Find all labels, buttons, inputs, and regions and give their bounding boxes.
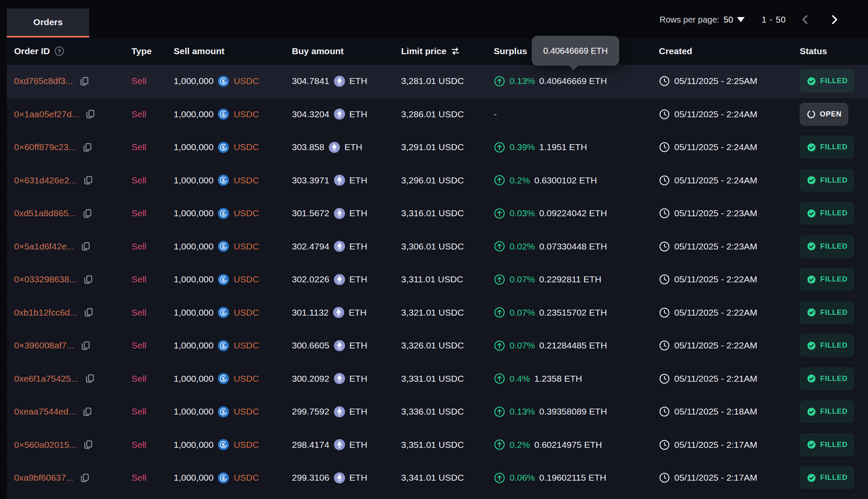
order-id-link[interactable]: 0×1aa05ef27d... [14, 109, 79, 119]
buy-token-label: ETH [350, 274, 367, 284]
table-row[interactable]: 0xe6f1a75425... Sell 1,000,000 $ USDC 30… [7, 363, 868, 396]
sell-token-link[interactable]: USDC [233, 340, 259, 351]
tab-orders[interactable]: Orders [7, 9, 89, 38]
copy-button[interactable] [83, 307, 94, 318]
sell-token-link[interactable]: USDC [233, 109, 259, 119]
copy-button[interactable] [79, 473, 90, 483]
surplus-cell: - [494, 109, 659, 119]
status-cell: FILLED [800, 367, 868, 390]
sell-token-link[interactable]: USDC [233, 374, 259, 384]
table-row[interactable]: 0xd51a8d865... Sell 1,000,000 $ USDC 301… [7, 197, 868, 230]
arrow-up-circle-icon [494, 406, 505, 418]
buy-amount-value: 304.3204 [292, 109, 329, 119]
sell-token-link[interactable]: USDC [233, 473, 259, 483]
table-row[interactable]: 0×560a02015... Sell 1,000,000 $ USDC 298… [7, 429, 868, 462]
usdc-token-icon: $ [218, 406, 229, 418]
surplus-amount: 0.19602115 ETH [539, 473, 606, 483]
svg-text:$: $ [222, 112, 225, 117]
sell-amount-value: 1,000,000 [174, 109, 213, 119]
table-row[interactable]: 0xa9bf60637... Sell 1,000,000 $ USDC 299… [7, 461, 868, 495]
table-header: Order ID ? Type Sell amount Buy amount L… [7, 38, 868, 65]
sell-token-link[interactable]: USDC [233, 308, 259, 318]
sell-token-link[interactable]: USDC [233, 208, 259, 218]
next-page-button[interactable] [825, 11, 842, 28]
order-id-link[interactable]: 0xe6f1a75425... [14, 374, 79, 384]
table-row[interactable]: 0×5a1d6f42e... Sell 1,000,000 $ USDC 302… [7, 230, 868, 264]
table-row[interactable]: 0xeaa7544ed... Sell 1,000,000 $ USDC 299… [7, 395, 868, 429]
type-cell: Sell [131, 142, 174, 152]
copy-button[interactable] [79, 76, 90, 87]
swap-arrows-icon[interactable] [450, 46, 460, 56]
table-row[interactable]: 0xd765c8df3... Sell 1,000,000 $ USDC 304… [7, 65, 868, 98]
table-row[interactable]: 0×631d426e2... Sell 1,000,000 $ USDC 303… [7, 164, 868, 197]
order-id-link[interactable]: 0×033298638... [14, 274, 77, 284]
limit-price-value: 3,321.01 USDC [401, 308, 464, 318]
surplus-percent: 0.07% [510, 308, 535, 318]
clock-icon [659, 109, 670, 120]
check-circle-icon [807, 209, 816, 218]
column-created: Created [659, 46, 800, 56]
table-row[interactable]: 0xb1b12fcc6d... Sell 1,000,000 $ USDC 30… [7, 296, 868, 330]
sell-token-link[interactable]: USDC [233, 142, 259, 152]
column-order-id-label: Order ID [14, 46, 50, 56]
order-id-link[interactable]: 0×60ff879c23... [14, 142, 76, 152]
created-cell: 05/11/2025 - 2:23AM [659, 208, 800, 219]
usdc-token-icon: $ [218, 174, 229, 186]
prev-page-button[interactable] [797, 11, 814, 28]
copy-button[interactable] [80, 340, 91, 351]
sell-token-link[interactable]: USDC [233, 241, 259, 252]
svg-text:$: $ [222, 376, 225, 381]
copy-button[interactable] [83, 175, 93, 186]
order-id-link[interactable]: 0×560a02015... [14, 440, 77, 450]
svg-text:$: $ [222, 476, 225, 481]
sell-amount-value: 1,000,000 [174, 473, 213, 483]
order-id-link[interactable]: 0xd51a8d865... [14, 208, 76, 218]
surplus-cell: 0.07% 0.23515702 ETH [494, 307, 659, 318]
surplus-amount: 0.39358089 ETH [539, 406, 607, 417]
table-row[interactable]: 0×033298638... Sell 1,000,000 $ USDC 302… [7, 263, 868, 296]
created-value: 05/11/2025 - 2:25AM [674, 76, 757, 86]
chevron-left-icon [799, 13, 812, 26]
type-cell: Sell [131, 374, 174, 384]
table-row[interactable]: 0×1aa05ef27d... Sell 1,000,000 $ USDC 30… [7, 98, 868, 131]
sell-token-link[interactable]: USDC [233, 175, 259, 186]
copy-button[interactable] [82, 208, 93, 219]
copy-button[interactable] [83, 439, 93, 450]
order-id-link[interactable]: 0xb1b12fcc6d... [14, 308, 77, 318]
sell-amount-value: 1,000,000 [174, 274, 213, 284]
order-id-link[interactable]: 0xd765c8df3... [14, 76, 73, 86]
sell-amount-cell: 1,000,000 $ USDC [174, 406, 292, 418]
created-cell: 05/11/2025 - 2:23AM [659, 241, 800, 252]
order-id-link[interactable]: 0xeaa7544ed... [14, 406, 76, 417]
surplus-percent: 0.4% [510, 374, 530, 384]
surplus-cell: 0.2% 0.60214975 ETH [494, 439, 659, 450]
order-id-link[interactable]: 0×631d426e2... [14, 175, 77, 186]
status-cell: FILLED [800, 301, 868, 324]
order-id-link[interactable]: 0xa9bf60637... [14, 473, 73, 483]
table-row[interactable]: 0×60ff879c23... Sell 1,000,000 $ USDC 30… [7, 131, 868, 164]
table-row[interactable]: 0×396008af7... Sell 1,000,000 $ USDC 300… [7, 329, 868, 363]
order-id-cell: 0xd51a8d865... [14, 208, 131, 219]
order-type: Sell [131, 308, 146, 318]
copy-button[interactable] [84, 373, 95, 384]
copy-button[interactable] [85, 109, 96, 119]
order-id-link[interactable]: 0×5a1d6f42e... [14, 241, 74, 252]
rows-per-page-select[interactable]: 50 [724, 15, 745, 25]
copy-button[interactable] [82, 142, 93, 153]
sell-amount-value: 1,000,000 [174, 208, 213, 218]
sell-token-link[interactable]: USDC [233, 440, 259, 450]
copy-icon [79, 473, 90, 483]
status-cell: FILLED [800, 433, 868, 456]
question-circle-icon[interactable]: ? [54, 46, 65, 57]
sell-token-link[interactable]: USDC [233, 274, 259, 284]
sell-token-link[interactable]: USDC [233, 76, 259, 86]
buy-token-label: ETH [344, 142, 362, 152]
copy-button[interactable] [83, 274, 93, 285]
copy-button[interactable] [80, 241, 91, 252]
clock-icon [659, 175, 670, 186]
order-id-link[interactable]: 0×396008af7... [14, 340, 74, 351]
status-label: OPEN [820, 110, 842, 119]
sell-token-link[interactable]: USDC [233, 406, 259, 417]
status-cell: FILLED [800, 400, 868, 423]
copy-button[interactable] [82, 406, 93, 417]
